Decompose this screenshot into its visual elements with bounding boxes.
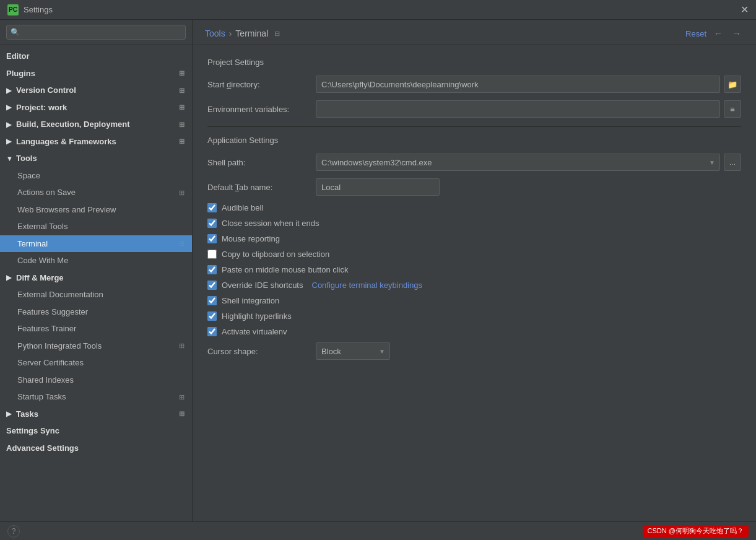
web-label: Web Browsers and Preview [17,204,116,216]
sidebar-item-tools[interactable]: ▼ Tools [0,150,192,167]
cursor-shape-row: Cursor shape: Block Underline Vertical b… [207,342,741,360]
checkbox-label-activate-virtualenv[interactable]: Activate virtualenv [222,327,287,336]
sidebar-item-diff-merge[interactable]: ▶ Diff & Merge [0,269,192,287]
checkbox-label-audible-bell[interactable]: Audible bell [222,203,263,212]
checkbox-activate-virtualenv[interactable] [207,327,217,336]
breadcrumb-parent[interactable]: Tools [205,28,225,38]
checkbox-close-session[interactable] [207,219,217,228]
header-actions: Reset ← → [685,27,744,40]
code-with-me-label: Code With Me [17,255,68,267]
terminal-pin: ⊞ [179,238,185,249]
sidebar-item-settings-sync[interactable]: Settings Sync [0,422,192,440]
sidebar-list: Editor Plugins ⊞ ▶ Version Control ⊞ ▶ P… [0,45,192,521]
start-dir-browse-button[interactable]: 📁 [724,76,741,93]
shell-path-btn[interactable]: … [724,154,741,171]
nav-back-button[interactable]: ← [711,27,725,40]
start-dir-control: 📁 [316,76,741,93]
sidebar-item-languages[interactable]: ▶ Languages & Frameworks ⊞ [0,133,192,150]
version-control-pin: ⊞ [179,85,185,96]
checkbox-label-copy-clipboard[interactable]: Copy to clipboard on selection [222,250,329,259]
checkbox-label-shell-integration[interactable]: Shell integration [222,296,279,305]
sidebar-item-code-with-me[interactable]: Code With Me [0,252,192,269]
window-title: Settings [24,5,53,14]
sidebar-item-editor[interactable]: Editor [0,48,192,65]
plugins-pin: ⊞ [179,68,185,79]
csdn-watermark: CSDN @何明狗今天吃饱了吗？ [643,525,749,537]
sidebar-item-tasks[interactable]: ▶ Tasks ⊞ [0,406,192,423]
sidebar-item-advanced-settings[interactable]: Advanced Settings [0,440,192,457]
plugins-label: Plugins [6,68,35,80]
shell-path-select[interactable]: C:\windows\system32\cmd.exe C:\windows\s… [316,154,720,171]
sidebar-item-space[interactable]: Space [0,167,192,185]
python-pin: ⊞ [179,341,185,351]
default-tab-input[interactable] [316,178,440,196]
configure-keybindings-link[interactable]: Configure terminal keybindings [312,281,422,290]
checkbox-shell-integration[interactable] [207,296,217,305]
env-vars-btn[interactable]: ≡ [724,100,741,118]
breadcrumb-pin-icon: ⊟ [274,30,280,38]
checkbox-row-highlight-hyperlinks: Highlight hyperlinks [207,311,741,321]
env-vars-control: ≡ [316,100,741,118]
env-vars-row: Environment variables: ≡ [207,100,741,118]
sidebar-item-shared-indexes[interactable]: Shared Indexes [0,372,192,389]
checkbox-label-close-session[interactable]: Close session when it ends [222,219,319,228]
cursor-shape-select[interactable]: Block Underline Vertical bar [316,342,390,360]
checkbox-row-activate-virtualenv: Activate virtualenv [207,327,741,336]
sidebar-item-python-tools[interactable]: Python Integrated Tools ⊞ [0,338,192,355]
checkbox-highlight-hyperlinks[interactable] [207,311,217,321]
checkbox-row-close-session: Close session when it ends [207,219,741,228]
start-dir-input[interactable] [316,76,720,93]
sidebar-item-terminal[interactable]: Terminal ⊞ [0,235,192,253]
title-bar: PC Settings ✕ [0,0,756,20]
sidebar-item-project-work[interactable]: ▶ Project: work ⊞ [0,99,192,116]
sidebar-item-plugins[interactable]: Plugins ⊞ [0,65,192,82]
close-button[interactable]: ✕ [741,4,749,15]
reset-button[interactable]: Reset [685,29,706,38]
build-label: Build, Execution, Deployment [16,118,129,131]
languages-chevron: ▶ [6,136,14,147]
sidebar-item-startup-tasks[interactable]: Startup Tasks ⊞ [0,388,192,406]
default-tab-control [316,178,741,196]
checkbox-copy-clipboard[interactable] [207,250,217,259]
checkbox-mouse-reporting[interactable] [207,234,217,243]
build-chevron: ▶ [6,120,14,130]
checkbox-label-highlight-hyperlinks[interactable]: Highlight hyperlinks [222,311,292,321]
default-tab-label: Default Tab name: [207,183,316,192]
checkbox-row-copy-clipboard: Copy to clipboard on selection [207,250,741,259]
sidebar-item-build-execution[interactable]: ▶ Build, Execution, Deployment ⊞ [0,116,192,133]
sidebar-item-features-suggester[interactable]: Features Suggester [0,303,192,321]
tasks-pin: ⊞ [179,409,185,419]
app-icon: PC [7,4,19,15]
sidebar-item-web-browsers[interactable]: Web Browsers and Preview [0,201,192,219]
checkbox-audible-bell[interactable] [207,203,217,212]
app-settings-title: Application Settings [207,136,741,145]
checkbox-override-ide[interactable] [207,281,217,290]
checkbox-row-override-ide: Override IDE shortcutsConfigure terminal… [207,281,741,290]
terminal-label: Terminal [17,238,48,250]
checkbox-row-paste-middle: Paste on middle mouse button click [207,265,741,274]
tasks-label: Tasks [16,408,38,420]
checkbox-paste-middle[interactable] [207,265,217,274]
sidebar-item-actions-on-save[interactable]: Actions on Save ⊞ [0,184,192,201]
sidebar-item-server-certs[interactable]: Server Certificates [0,354,192,372]
checkbox-label-mouse-reporting[interactable]: Mouse reporting [222,234,280,243]
search-icon: 🔍 [11,28,20,37]
nav-forward-button[interactable]: → [730,27,744,40]
main-content: 🔍 Editor Plugins ⊞ ▶ Version Control ⊞ ▶… [0,20,756,521]
space-label: Space [17,170,40,182]
env-vars-input[interactable] [316,100,720,118]
sidebar-item-external-tools[interactable]: External Tools [0,218,192,235]
sidebar-item-features-trainer[interactable]: Features Trainer [0,320,192,338]
checkbox-label-paste-middle[interactable]: Paste on middle mouse button click [222,265,349,274]
help-button[interactable]: ? [7,525,20,538]
cursor-shape-label: Cursor shape: [207,347,316,356]
project-work-pin: ⊞ [179,102,185,113]
checkbox-label-override-ide[interactable]: Override IDE shortcuts [222,281,303,290]
sidebar-item-external-docs[interactable]: External Documentation [0,286,192,303]
checkbox-row-mouse-reporting: Mouse reporting [207,234,741,243]
sidebar-item-version-control[interactable]: ▶ Version Control ⊞ [0,82,192,99]
search-input[interactable] [6,25,186,40]
right-panel: Tools › Terminal ⊟ Reset ← → Project Set… [193,20,756,521]
sidebar: 🔍 Editor Plugins ⊞ ▶ Version Control ⊞ ▶… [0,20,193,521]
actions-pin: ⊞ [179,188,185,198]
